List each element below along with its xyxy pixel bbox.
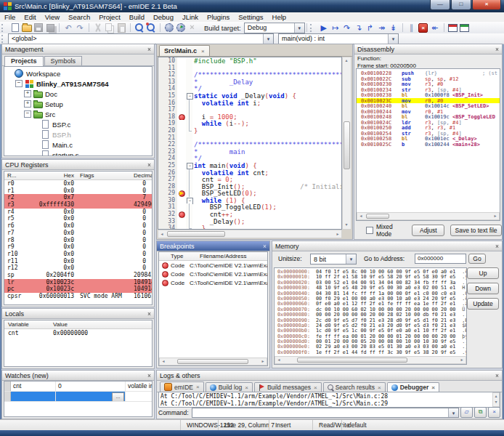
fold-margin[interactable] bbox=[186, 183, 192, 190]
marker-margin[interactable] bbox=[177, 203, 186, 211]
close-icon[interactable]: × bbox=[314, 384, 317, 391]
marker-margin[interactable] bbox=[177, 113, 186, 121]
code-line-34[interactable]: 34 } bbox=[158, 225, 341, 230]
menu-build[interactable]: Build bbox=[125, 13, 149, 21]
build-icon[interactable] bbox=[163, 23, 175, 33]
memory-row-0x000000e0[interactable]: 0x000000e0:02 29 a0 e3 00 20 83 e5 01 30… bbox=[275, 344, 466, 349]
new-file-icon[interactable] bbox=[9, 23, 21, 33]
close-icon[interactable]: × bbox=[431, 384, 435, 391]
scrollbar-thumb[interactable] bbox=[344, 121, 350, 169]
memory-row-0x00000070[interactable]: 0x00000070:dc 00 10 00 60 02 10 00 00 00… bbox=[275, 307, 466, 312]
reset-debugger-icon[interactable]: ↞ bbox=[429, 23, 441, 33]
menu-help[interactable]: Help bbox=[268, 13, 291, 21]
fold-margin[interactable] bbox=[186, 176, 192, 183]
toolbar-grip[interactable] bbox=[1, 35, 7, 43]
memory-row-0x00000080[interactable]: 0x00000080:00 00 20 00 00 00 20 00 28 02… bbox=[275, 312, 466, 317]
marker-margin[interactable] bbox=[177, 148, 186, 156]
close-icon[interactable]: × bbox=[201, 48, 205, 54]
register-row-r6[interactable]: r60x00 bbox=[4, 222, 152, 230]
code-line-13[interactable]: 13* _Delay bbox=[158, 78, 341, 86]
redo-icon[interactable]: ↷ bbox=[74, 23, 86, 33]
disasm-row-0x0010022C[interactable]: 0x0010022Csubsp, sp, #12 bbox=[357, 76, 500, 82]
memory-row-0x000000f0[interactable]: 0x000000f0:1e ff 2f e1 44 fd ff ff 3c 30… bbox=[275, 350, 466, 355]
command-save-icon[interactable]: ⧉ bbox=[474, 407, 487, 418]
chevron-down-icon[interactable]: ▾ bbox=[294, 23, 304, 33]
marker-margin[interactable] bbox=[177, 162, 186, 169]
tab-projects[interactable]: Projects bbox=[4, 56, 44, 66]
register-row-r3[interactable]: r30xfffff4304294964272 bbox=[4, 201, 152, 209]
close-icon[interactable]: × bbox=[147, 310, 151, 318]
command-load-icon[interactable]: ▱ bbox=[460, 407, 473, 418]
watches-header[interactable]: Watches (new) × bbox=[2, 371, 154, 381]
disasm-row-0x00100238[interactable]: 0x00100238bl0x1000f8 <BSP_Init> bbox=[357, 92, 500, 98]
step-out-icon[interactable]: ↱ bbox=[365, 23, 376, 33]
chevron-down-icon[interactable]: ▾ bbox=[388, 34, 398, 44]
management-header[interactable]: Management × bbox=[2, 44, 154, 54]
marker-margin[interactable] bbox=[177, 106, 186, 113]
fold-margin[interactable] bbox=[186, 78, 192, 86]
code-line-12[interactable]: 12/*************************************… bbox=[158, 71, 341, 78]
scrollbar-thumb[interactable] bbox=[167, 231, 225, 237]
unitsize-combo[interactable]: 8 bit ▾ bbox=[310, 254, 357, 265]
register-row-r7[interactable]: r70x00 bbox=[4, 230, 152, 237]
breakpoints-header[interactable]: Breakpoints × bbox=[157, 241, 269, 251]
menu-file[interactable]: File bbox=[0, 13, 20, 21]
code-line-21[interactable]: 21 bbox=[158, 134, 341, 142]
marker-margin[interactable] bbox=[177, 141, 186, 148]
save-to-text-file-button[interactable]: Save to text file bbox=[450, 225, 502, 236]
menu-jlink[interactable]: JLink bbox=[178, 13, 203, 21]
register-row-r12[interactable]: r120x00 bbox=[4, 265, 152, 272]
column-header-type[interactable]: Type bbox=[159, 252, 200, 260]
column-header-hex[interactable]: Hex bbox=[29, 171, 74, 179]
fold-margin[interactable] bbox=[186, 113, 192, 121]
code-line-28[interactable]: 28 BSP_Init(); /* Initiali bbox=[158, 183, 341, 190]
code-line-29[interactable]: 29 BSP_SetLED(0); bbox=[158, 190, 341, 197]
fold-margin[interactable] bbox=[186, 225, 192, 230]
register-row-r11[interactable]: r110x00 bbox=[4, 258, 152, 265]
fold-margin[interactable] bbox=[186, 57, 192, 65]
disasm-row-0x00100248[interactable]: 0x00100248bl0x10019c <BSP_ToggleLED bbox=[357, 114, 500, 120]
marker-margin[interactable] bbox=[177, 225, 186, 230]
fold-margin[interactable] bbox=[186, 211, 192, 218]
marker-margin[interactable] bbox=[177, 176, 186, 183]
disasm-row-0x0010023C[interactable]: 0x0010023Cmovr0, #0 bbox=[357, 98, 500, 104]
register-row-r9[interactable]: r90x00 bbox=[4, 243, 152, 251]
code-line-25[interactable]: 25−int main(void) { bbox=[158, 162, 341, 169]
title-bar[interactable]: Src\Main.c [Blinky_AT91SAM7S64] - emIDE … bbox=[0, 0, 504, 12]
memory-row-0x000000b0[interactable]: 0x000000b0:1c d0 9f e5 1c 00 9f e5 0f e0… bbox=[275, 328, 466, 333]
fold-margin[interactable] bbox=[186, 148, 192, 156]
register-row-r2[interactable]: r20x77 bbox=[4, 194, 152, 201]
tree-item-main-c[interactable]: Main.c bbox=[4, 140, 152, 150]
editor-tab-main-c[interactable]: Src\Main.c × bbox=[159, 45, 210, 56]
watch-row-new[interactable]: ... bbox=[4, 392, 152, 402]
tree-item-bsp-c[interactable]: BSP.c bbox=[4, 119, 152, 129]
logs-header[interactable]: Logs & others × bbox=[157, 371, 502, 381]
debug-continue-icon[interactable]: ▶ bbox=[318, 23, 330, 33]
expand-icon[interactable]: + bbox=[24, 90, 31, 97]
step-into-instruction-icon[interactable]: ↡ bbox=[388, 23, 399, 33]
code-line-24[interactable]: 24*/ bbox=[158, 155, 341, 162]
column-header-value[interactable]: Value bbox=[53, 320, 152, 328]
marker-margin[interactable] bbox=[177, 134, 186, 142]
disasm-row-0x00100234[interactable]: 0x00100234strr3, [sp, #4] bbox=[357, 87, 500, 93]
close-icon[interactable]: × bbox=[495, 46, 499, 53]
tab-debugger[interactable]: Debugger× bbox=[387, 382, 439, 392]
fold-margin[interactable]: − bbox=[186, 92, 192, 100]
code-line-11[interactable]: 11 bbox=[158, 65, 341, 72]
register-row-pc[interactable]: pc0x10023c1049148 bbox=[4, 286, 152, 293]
maximize-button[interactable]: □ bbox=[451, 0, 471, 10]
go-button[interactable]: Go bbox=[468, 254, 486, 264]
fold-margin[interactable] bbox=[186, 120, 192, 127]
log-vscrollbar[interactable]: ▴ ▾ bbox=[492, 392, 500, 407]
open-file-icon[interactable] bbox=[21, 23, 33, 33]
marker-margin[interactable] bbox=[177, 85, 186, 92]
scope-combo[interactable]: <global> ▾ bbox=[8, 33, 274, 44]
tab-emide[interactable]: emIDE× bbox=[160, 382, 204, 392]
code-line-16[interactable]: 16 volatile int i; bbox=[158, 100, 341, 107]
close-icon[interactable]: × bbox=[147, 372, 151, 379]
fold-margin[interactable] bbox=[186, 100, 192, 107]
tab-search-results[interactable]: Search results× bbox=[323, 382, 386, 392]
adjust-button[interactable]: Adjust bbox=[412, 225, 444, 236]
disasm-row-0x00100230[interactable]: 0x00100230movr3, #0 bbox=[357, 81, 500, 87]
fold-margin[interactable] bbox=[186, 155, 192, 162]
